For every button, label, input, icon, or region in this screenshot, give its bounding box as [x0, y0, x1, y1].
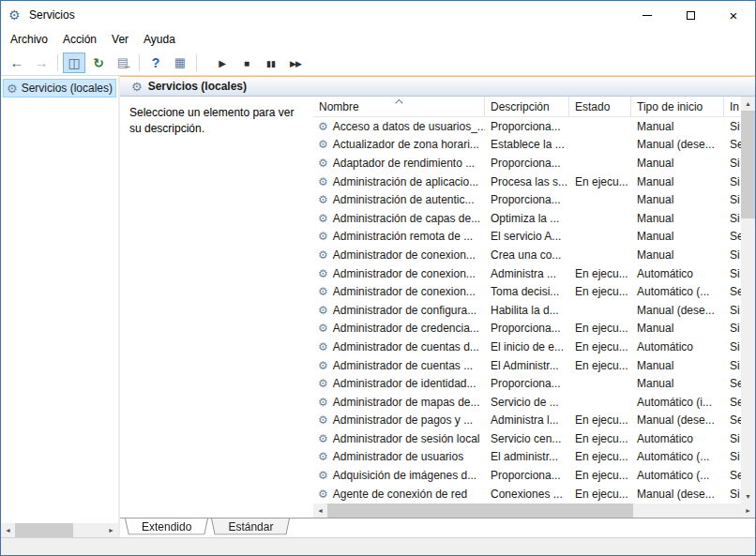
service-logon-cell: Se — [724, 469, 741, 482]
column-header-estado[interactable]: Estado — [569, 97, 631, 116]
refresh-button[interactable] — [87, 53, 110, 73]
menu-item[interactable]: Ayuda — [136, 30, 183, 49]
help-button[interactable] — [144, 53, 167, 73]
scrollbar-track[interactable] — [15, 523, 104, 537]
table-row[interactable]: Acceso a datos de usuarios_... Proporcio… — [313, 117, 741, 136]
service-description-cell: El administr... — [485, 450, 569, 463]
window-title: Servicios — [29, 8, 626, 22]
column-header-iniciar-sesion[interactable]: In — [724, 97, 741, 116]
service-icon — [318, 323, 328, 334]
show-console-tree-icon — [68, 56, 80, 69]
forward-button[interactable] — [30, 53, 53, 73]
column-header-nombre[interactable]: Nombre — [313, 97, 485, 116]
scrollbar-track[interactable] — [741, 111, 755, 489]
scrollbar-thumb[interactable] — [741, 111, 755, 218]
view-tab[interactable]: Estándar — [211, 518, 290, 536]
scroll-right-icon[interactable]: ► — [104, 523, 118, 537]
scrollbar-track[interactable] — [327, 503, 741, 518]
table-row[interactable]: Administrador de conexion... Toma decisi… — [313, 282, 741, 301]
view-tab-label: Extendido — [142, 520, 191, 533]
toolbar-separator — [139, 54, 140, 71]
scroll-left-icon[interactable]: ◄ — [313, 503, 327, 518]
close-button[interactable]: × — [712, 1, 755, 29]
service-description-cell: Proporciona... — [485, 469, 569, 482]
service-description-cell: Conexiones ... — [485, 488, 569, 501]
table-row[interactable]: Agente de conexión de red Conexiones ...… — [313, 485, 741, 503]
minimize-button[interactable] — [626, 1, 669, 29]
description-text: Seleccione un elemento para ver su descr… — [129, 106, 294, 135]
properties-button[interactable] — [169, 53, 191, 73]
table-row[interactable]: Administrador de conexion... Administra … — [313, 264, 741, 283]
column-header-label: Tipo de inicio — [637, 100, 703, 113]
table-row[interactable]: Administrador de cuentas d... El inicio … — [313, 338, 741, 356]
sidebar-item-servicios-locales[interactable]: Servicios (locales) — [3, 79, 116, 98]
show-console-tree-button[interactable] — [63, 53, 85, 73]
start-service-button[interactable] — [211, 53, 234, 73]
service-description-cell: Optimiza la ... — [485, 212, 569, 225]
column-header-descripcion[interactable]: Descripción — [485, 97, 569, 116]
table-row[interactable]: Adquisición de imágenes d... Proporciona… — [313, 466, 741, 485]
service-description-cell: Servicio cen... — [485, 432, 569, 445]
scroll-left-icon[interactable]: ◄ — [1, 523, 15, 537]
table-row[interactable]: Administrador de credencia... Proporcion… — [313, 320, 741, 338]
pause-service-button[interactable] — [260, 53, 282, 73]
view-tab[interactable]: Extendido — [125, 518, 208, 536]
services-table-zone: Nombre Descripción Estado Tipo de inicio — [313, 97, 755, 503]
back-button[interactable] — [6, 53, 28, 73]
refresh-icon — [93, 56, 104, 69]
menu-item[interactable]: Ver — [104, 30, 136, 49]
service-startup-type-cell: Manual — [631, 175, 724, 188]
menu-item[interactable]: Acción — [55, 30, 104, 49]
table-row[interactable]: Administrador de configura... Habilita l… — [313, 301, 741, 320]
table-row[interactable]: Administrador de mapas de... Servicio de… — [313, 393, 741, 412]
table-row[interactable]: Administrador de conexion... Crea una co… — [313, 246, 741, 264]
table-vertical-scrollbar[interactable]: ▲ ▼ — [741, 97, 755, 503]
scrollbar-thumb[interactable] — [15, 523, 73, 537]
service-name: Administrador de identidad... — [333, 377, 476, 390]
service-logon-cell: Se — [724, 285, 741, 298]
service-icon — [318, 414, 328, 426]
description-pane: Seleccione un elemento para ver su descr… — [120, 97, 313, 518]
table-row[interactable]: Administración de aplicacio... Procesa l… — [313, 173, 741, 191]
service-name-cell: Administrador de mapas de... — [313, 396, 485, 409]
scroll-down-icon[interactable]: ▼ — [741, 489, 755, 503]
stop-service-button[interactable] — [235, 53, 258, 73]
table-row[interactable]: Administrador de identidad... Proporcion… — [313, 374, 741, 393]
restart-service-button[interactable] — [284, 53, 307, 73]
service-name-cell: Adquisición de imágenes d... — [313, 469, 485, 482]
service-logon-cell: Si — [724, 322, 741, 335]
export-list-icon — [117, 56, 129, 68]
table-row[interactable]: Administración de autentic... Proporcion… — [313, 190, 741, 209]
service-name-cell: Agente de conexión de red — [313, 488, 485, 501]
service-logon-cell: Si — [724, 340, 741, 353]
table-row[interactable]: Administrador de sesión local Servicio c… — [313, 429, 741, 448]
service-name-cell: Administrador de conexion... — [313, 285, 485, 298]
scroll-up-icon[interactable]: ▲ — [741, 97, 755, 111]
scrollbar-thumb[interactable] — [327, 503, 633, 518]
service-startup-type-cell: Manual — [631, 230, 724, 243]
service-description-cell: Establece la ... — [485, 138, 569, 151]
results-pane-body: Seleccione un elemento para ver su descr… — [120, 97, 755, 518]
table-row[interactable]: Administración remota de ... El servicio… — [313, 228, 741, 247]
service-description-cell: Toma decisi... — [485, 285, 569, 298]
scroll-right-icon[interactable]: ► — [741, 503, 755, 518]
sidebar-horizontal-scrollbar[interactable]: ◄ ► — [1, 523, 118, 537]
maximize-button[interactable] — [669, 1, 712, 29]
minimize-icon — [643, 15, 652, 16]
service-icon — [318, 341, 328, 353]
export-list-button[interactable] — [112, 53, 134, 73]
table-row[interactable]: Administrador de usuarios El administr..… — [313, 448, 741, 467]
toolbar-separator — [196, 54, 197, 71]
menu-item[interactable]: Archivo — [3, 30, 55, 49]
services-icon — [131, 81, 143, 93]
column-header-tipo-de-inicio[interactable]: Tipo de inicio — [631, 97, 724, 116]
table-row[interactable]: Administrador de pagos y ... Administra … — [313, 412, 741, 430]
service-name-cell: Administrador de conexion... — [313, 267, 485, 280]
table-row[interactable]: Adaptador de rendimiento ... Proporciona… — [313, 154, 741, 173]
table-row[interactable]: Actualizador de zona horari... Establece… — [313, 136, 741, 155]
table-row[interactable]: Administrador de cuentas ... El Administ… — [313, 356, 741, 375]
table-row[interactable]: Administración de capas de... Optimiza l… — [313, 209, 741, 228]
service-status-cell: En ejecu... — [569, 267, 631, 280]
table-horizontal-scrollbar[interactable]: ◄ ► — [313, 503, 755, 518]
table-body: Acceso a datos de usuarios_... Proporcio… — [313, 117, 741, 503]
